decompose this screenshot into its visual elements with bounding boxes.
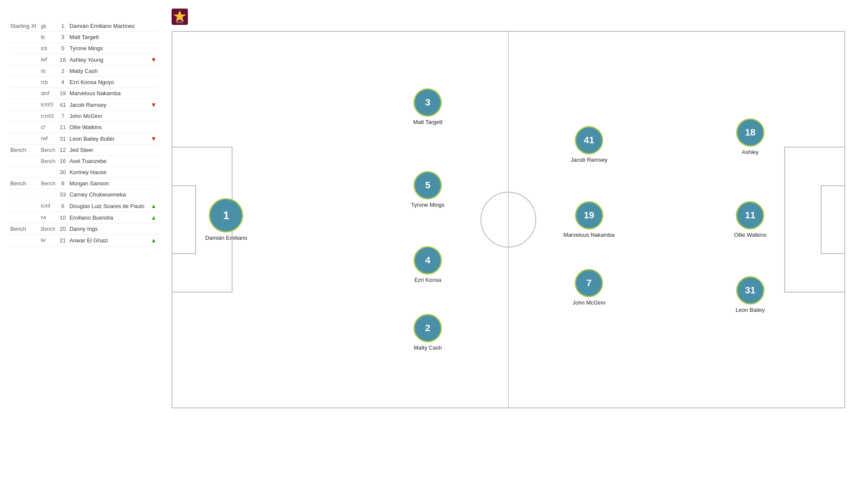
lineup-player-name: Damián Emiliano Martínez <box>68 21 149 32</box>
lineup-player-name: Kortney Hause <box>68 167 149 178</box>
player-circle: 31 <box>736 276 764 305</box>
lineup-number: 6 <box>58 200 68 212</box>
player-token-dmf: 19Marvelous Nakamba <box>563 201 614 238</box>
player-name-label: Ashley <box>742 149 758 155</box>
player-name-label: Ollie Watkins <box>734 232 766 238</box>
lineup-number: 7 <box>58 111 68 122</box>
lineup-arrow <box>149 189 159 200</box>
lineup-player-name: Ollie Watkins <box>68 122 149 133</box>
lineup-player-name: Carney Chukwuemeka <box>68 189 149 200</box>
lineup-section-label <box>9 200 39 212</box>
lineup-number: 2 <box>58 66 68 77</box>
lineup-arrow: ▼ <box>149 54 159 66</box>
arrow-down-icon: ▼ <box>151 101 157 108</box>
player-name-label: John McGinn <box>573 299 606 306</box>
lineup-number: 30 <box>58 167 68 178</box>
lineup-arrow: ▲ <box>149 200 159 212</box>
lineup-section-label <box>9 66 39 77</box>
lineup-section-label <box>9 99 39 111</box>
lineup-arrow: ▼ <box>149 133 159 145</box>
lineup-number: 3 <box>58 32 68 43</box>
lineup-arrow <box>149 178 159 189</box>
lineup-number: 41 <box>58 99 68 111</box>
lineup-player-name: Douglas Luiz Soares de Paulo <box>68 200 149 212</box>
lineup-section-label <box>9 111 39 122</box>
lineup-position: rcb <box>39 77 58 88</box>
arrow-up-icon: ▲ <box>151 214 157 221</box>
player-circle: 19 <box>575 201 603 229</box>
lineup-section-label: Bench <box>9 145 39 156</box>
lineup-arrow: ▲ <box>149 235 159 246</box>
lineup-position: Bench <box>39 156 58 167</box>
lineup-player-name: Anwar El Ghazi <box>68 235 149 246</box>
lineup-section-label <box>9 88 39 99</box>
pitch-field: 1Damián Emiliano3Matt Targett5Tyrone Min… <box>172 31 845 408</box>
player-name-label: Jacob Ramsey <box>571 157 607 163</box>
lineup-player-name: Morgan Sanson <box>68 178 149 189</box>
lineup-arrow: ▲ <box>149 212 159 223</box>
pitch-inner: 1Damián Emiliano3Matt Targett5Tyrone Min… <box>172 32 844 407</box>
lineup-number: 12 <box>58 145 68 156</box>
lineup-player-name: Ezri Konsa Ngoyo <box>68 77 149 88</box>
lineup-position: rw <box>39 212 58 223</box>
lineup-arrow <box>149 145 159 156</box>
player-name-label: Marvelous Nakamba <box>563 232 614 238</box>
lineup-arrow <box>149 167 159 178</box>
lineup-section-label <box>9 189 39 200</box>
player-name-label: Tyrone Mings <box>411 202 444 208</box>
lineup-player-name: Matty Cash <box>68 66 149 77</box>
player-circle: 1 <box>209 198 243 232</box>
lineup-player-name: John McGinn <box>68 111 149 122</box>
club-badge-icon: AVFC <box>172 9 188 25</box>
lineup-player-name: Danny Ings <box>68 223 149 235</box>
arrow-down-icon: ▼ <box>151 135 157 142</box>
lineup-position: rwf <box>39 133 58 145</box>
lineup-position: lwf <box>39 54 58 66</box>
player-name-label: Matty Cash <box>414 344 442 351</box>
player-token-cf: 11Ollie Watkins <box>734 201 766 238</box>
lineup-position <box>39 167 58 178</box>
player-circle: 41 <box>575 126 603 154</box>
lineup-number: 18 <box>58 54 68 66</box>
lineup-player-name: Axel Tuanzebe <box>68 156 149 167</box>
lineup-number: 5 <box>58 43 68 54</box>
lineup-player-name: Ashley Young <box>68 54 149 66</box>
lineup-player-name: Leon Bailey Butler <box>68 133 149 145</box>
lineup-number: 11 <box>58 122 68 133</box>
lineup-number: 19 <box>58 88 68 99</box>
lineup-arrow <box>149 21 159 32</box>
lineup-player-name: Jacob Ramsey <box>68 99 149 111</box>
lineup-arrow <box>149 122 159 133</box>
lineup-section-label: Bench <box>9 223 39 235</box>
lineup-section-label <box>9 54 39 66</box>
player-name-label: Ezri Konsa <box>414 277 441 283</box>
player-token-rcmf3: 7John McGinn <box>573 269 606 306</box>
pitch-header: AVFC <box>172 9 845 25</box>
lineup-position: lb <box>39 32 58 43</box>
lineup-player-name: Jed Steer <box>68 145 149 156</box>
player-circle: 5 <box>414 171 442 199</box>
lineup-number: 20 <box>58 223 68 235</box>
lineup-player-name: Matt Targett <box>68 32 149 43</box>
lineup-section-label <box>9 77 39 88</box>
lineup-position: lcmf3 <box>39 99 58 111</box>
center-circle <box>480 192 536 247</box>
lineup-arrow: ▼ <box>149 99 159 111</box>
lineup-position: cf <box>39 122 58 133</box>
lineup-position: Bench <box>39 178 58 189</box>
lineup-arrow <box>149 66 159 77</box>
lineup-section-label: Starting XI <box>9 21 39 32</box>
lineup-section-label: Bench <box>9 178 39 189</box>
lineup-number: 8 <box>58 178 68 189</box>
player-circle: 18 <box>736 118 764 147</box>
player-name-label: Matt Targett <box>413 119 442 125</box>
player-name-label: Leon Bailey <box>736 307 765 313</box>
goal-box-right <box>821 185 844 254</box>
lineup-number: 1 <box>58 21 68 32</box>
lineup-position <box>39 189 58 200</box>
player-token-rcb: 4Ezri Konsa <box>414 246 442 283</box>
lineup-player-name: Tyrone Mings <box>68 43 149 54</box>
lineup-arrow <box>149 156 159 167</box>
lineup-position: lw <box>39 235 58 246</box>
lineup-position: gk <box>39 21 58 32</box>
